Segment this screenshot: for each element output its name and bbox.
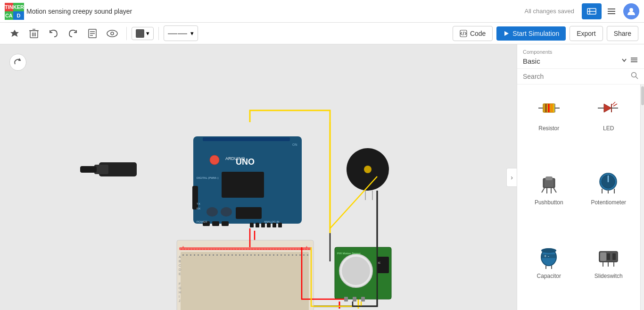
- logo: TIN KER CA D: [5, 3, 22, 20]
- component-list-toggle[interactable]: [630, 56, 638, 67]
- svg-rect-161: [607, 253, 610, 260]
- svg-point-124: [632, 73, 636, 77]
- svg-rect-35: [192, 186, 198, 209]
- circuit-diagram: UNO ARDUINO DIGITAL (PWM~) POWER ANALOG …: [0, 44, 517, 310]
- svg-rect-64: [190, 254, 191, 256]
- svg-point-114: [342, 257, 370, 285]
- svg-point-34: [210, 155, 219, 165]
- svg-marker-135: [604, 104, 611, 112]
- svg-text:G: G: [179, 286, 181, 290]
- svg-rect-93: [299, 254, 301, 256]
- components-label: Components: [523, 49, 638, 55]
- svg-text:DIGITAL (PWM~): DIGITAL (PWM~): [197, 176, 219, 179]
- svg-rect-89: [284, 254, 286, 256]
- svg-rect-42: [267, 223, 271, 227]
- svg-text:ANALOG IN: ANALOG IN: [264, 220, 280, 223]
- svg-rect-75: [231, 254, 233, 256]
- right-panel: Components Basic: [517, 44, 644, 310]
- svg-rect-68: [205, 254, 206, 256]
- svg-rect-66: [198, 254, 199, 256]
- panel-scrollbar[interactable]: [640, 84, 644, 310]
- code-label: Code: [470, 30, 486, 37]
- add-component-button[interactable]: [6, 25, 24, 42]
- shape-selector[interactable]: ▾: [132, 27, 154, 40]
- svg-text:RX: RX: [197, 207, 200, 210]
- svg-point-17: [107, 30, 117, 37]
- svg-rect-44: [278, 223, 282, 227]
- svg-point-18: [111, 32, 114, 35]
- line-selector[interactable]: —— ▾: [164, 25, 198, 41]
- export-button[interactable]: Export: [570, 26, 603, 41]
- component-item-slideswitch[interactable]: Slideswitch: [583, 238, 635, 304]
- svg-text:C: C: [179, 264, 181, 267]
- led-label: LED: [603, 125, 614, 132]
- panel-collapse-button[interactable]: ›: [506, 168, 517, 187]
- slideswitch-label: Slideswitch: [594, 273, 623, 279]
- undo-button[interactable]: [44, 25, 62, 42]
- line-dropdown-icon: ▾: [190, 30, 194, 37]
- svg-rect-37: [212, 221, 219, 226]
- svg-rect-71: [216, 254, 218, 256]
- svg-line-139: [613, 104, 617, 106]
- start-simulation-button[interactable]: Start Simulation: [496, 26, 566, 41]
- simulate-label: Start Simulation: [512, 30, 559, 37]
- main-layout: UNO ARDUINO DIGITAL (PWM~) POWER ANALOG …: [0, 44, 644, 310]
- svg-point-6: [629, 8, 633, 12]
- list-view-button[interactable]: [603, 3, 619, 19]
- component-item-pushbutton[interactable]: Pushbutton: [523, 164, 575, 231]
- panel-scrollbar-thumb: [641, 86, 644, 105]
- svg-text:B: B: [179, 260, 181, 263]
- svg-point-52: [221, 207, 232, 217]
- redo-button[interactable]: [64, 25, 82, 42]
- svg-rect-116: [344, 297, 348, 302]
- svg-line-125: [636, 77, 638, 79]
- code-button[interactable]: Code: [453, 26, 493, 41]
- svg-rect-62: [182, 254, 184, 256]
- search-button[interactable]: [631, 72, 638, 81]
- logo-ca: CA: [5, 11, 13, 20]
- svg-rect-84: [265, 254, 267, 256]
- svg-text:ARDUINO: ARDUINO: [225, 156, 245, 161]
- component-dropdown-button[interactable]: [620, 56, 628, 66]
- svg-text:IC: IC: [378, 261, 380, 264]
- note-button[interactable]: [84, 25, 101, 42]
- led-icon: [594, 94, 623, 122]
- component-item-resistor[interactable]: Resistor: [523, 90, 575, 157]
- svg-line-138: [612, 102, 615, 105]
- svg-line-144: [553, 188, 556, 193]
- svg-rect-59: [179, 247, 311, 250]
- component-item-led[interactable]: LED: [583, 90, 635, 157]
- svg-rect-87: [277, 254, 278, 256]
- component-item-capacitor[interactable]: + - Capacitor: [523, 238, 575, 304]
- search-input[interactable]: [523, 73, 631, 80]
- svg-rect-63: [186, 254, 188, 256]
- svg-rect-117: [353, 297, 356, 302]
- svg-rect-163: [600, 252, 606, 261]
- svg-rect-94: [303, 254, 305, 256]
- svg-rect-86: [273, 254, 274, 256]
- svg-rect-67: [201, 254, 203, 256]
- schema-view-button[interactable]: [582, 3, 602, 19]
- svg-rect-92: [296, 254, 297, 256]
- svg-rect-73: [224, 254, 225, 256]
- separator-2: [158, 27, 159, 40]
- svg-point-154: [541, 248, 556, 253]
- svg-rect-82: [258, 254, 259, 256]
- svg-rect-78: [243, 254, 244, 256]
- svg-text:+: +: [305, 245, 308, 249]
- svg-text:+  -: + -: [544, 254, 549, 259]
- svg-rect-76: [235, 254, 237, 256]
- avatar[interactable]: [623, 3, 639, 19]
- svg-rect-90: [288, 254, 289, 256]
- view-button[interactable]: [103, 27, 122, 40]
- share-button[interactable]: Share: [607, 26, 638, 41]
- separator-1: [126, 27, 127, 40]
- svg-rect-70: [213, 254, 214, 256]
- svg-rect-69: [209, 254, 210, 256]
- canvas-area[interactable]: UNO ARDUINO DIGITAL (PWM~) POWER ANALOG …: [0, 44, 517, 310]
- resistor-label: Resistor: [538, 125, 559, 132]
- component-item-potentiometer[interactable]: Potentiometer: [583, 164, 635, 231]
- delete-button[interactable]: [25, 25, 42, 42]
- svg-rect-28: [80, 166, 97, 173]
- svg-rect-61: [181, 252, 309, 310]
